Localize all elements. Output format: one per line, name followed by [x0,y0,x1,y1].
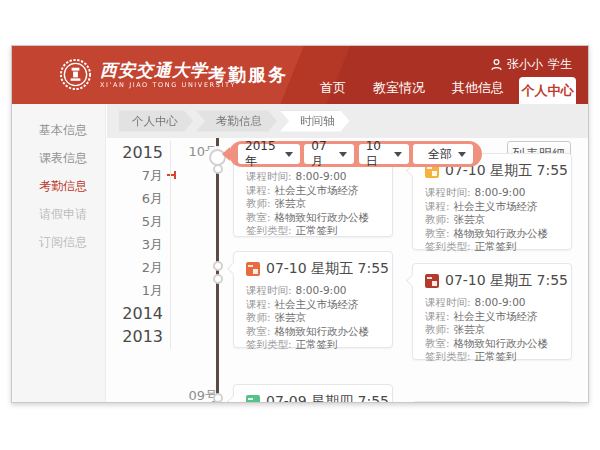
teacher-name: 张芸京 [275,311,307,323]
course-time: 8:00-9:00 [296,170,347,182]
date-filter-bar: 2015年 07月 10日 全部 [229,141,482,167]
classroom-name: 格物致知行政办公楼 [454,337,549,349]
nav-personal-center-active-tab[interactable]: 个人中心 [519,77,576,104]
sidebar-item-schedule-info[interactable]: 课表信息 [12,144,105,172]
day-select[interactable]: 10日 [359,144,409,164]
sidebar: 基本信息 课表信息 考勤信息 请假申请 订阅信息 [12,104,106,402]
teacher-name: 张芸京 [275,197,307,209]
attendance-type-icon [246,262,260,276]
breadcrumb-personal-center[interactable]: 个人中心 [119,111,193,132]
sidebar-item-leave-request[interactable]: 请假申请 [12,200,105,228]
type-select[interactable]: 全部 [413,144,473,164]
timeline-year-2013[interactable]: 2013 [119,325,163,348]
user-icon [491,59,502,71]
timeline-month-6[interactable]: 6月 [119,187,163,210]
attendance-card: 07-10 星期五 7:55 课程时间:8:00-9:00 课程:社会主义市场经… [412,263,572,360]
breadcrumb-timeline[interactable]: 时间轴 [280,111,350,132]
timeline-month-7[interactable]: 7月 [119,164,163,187]
signin-type: 正常签到 [475,350,517,362]
classroom-name: 格物致知行政办公楼 [454,227,549,239]
timeline-node [213,274,223,284]
timeline-node [213,164,223,174]
rail-separator [170,141,171,349]
timeline-node [213,393,223,403]
teacher-name: 张芸京 [454,323,486,335]
user-role: 学生 [548,56,572,73]
timeline-year-list: 2015 7月 6月 5月 3月 2月 1月 2014 2013 [119,141,163,348]
current-month-marker [167,174,175,176]
signin-type: 正常签到 [296,224,338,236]
main-nav: 首页 教室情况 其他信息 [320,79,504,97]
course-time: 8:00-9:00 [475,296,526,308]
page: 西安交通大学 XI'AN JIAO TONG UNIVERSITY 考勤服务 张… [0,0,600,450]
card-date: 07-10 星期五 7:55 [266,260,389,278]
breadcrumb: 个人中心 考勤信息 时间轴 [107,104,588,138]
timeline-month-3[interactable]: 3月 [119,233,163,256]
timeline-month-2[interactable]: 2月 [119,256,163,279]
year-select[interactable]: 2015年 [238,144,300,164]
course-name: 社会主义市场经济 [454,200,538,212]
nav-other-info[interactable]: 其他信息 [452,79,504,97]
attendance-type-icon [425,274,439,288]
app-title: 考勤服务 [208,63,288,87]
attendance-type-icon [246,395,260,403]
card-date: 07-10 星期五 7:55 [445,272,568,290]
timeline-year-2015[interactable]: 2015 [119,141,163,164]
sidebar-item-basic-info[interactable]: 基本信息 [12,116,105,144]
timeline-month-5[interactable]: 5月 [119,210,163,233]
attendance-card: 07-09 星期四 7:55 [233,384,393,403]
nav-classroom[interactable]: 教室情况 [373,79,425,97]
nav-home[interactable]: 首页 [320,79,346,97]
chevron-down-icon [458,152,466,157]
classroom-name: 格物致知行政办公楼 [275,325,370,337]
user-name: 张小小 [507,56,543,73]
app-window: 西安交通大学 XI'AN JIAO TONG UNIVERSITY 考勤服务 张… [11,45,589,403]
chevron-down-icon [394,152,402,157]
attendance-card: 07-10 星期五 7:55 课程时间:8:00-9:00 课程:社会主义市场经… [412,153,572,250]
course-time: 8:00-9:00 [296,284,347,296]
month-select[interactable]: 07月 [304,144,354,164]
course-name: 社会主义市场经济 [454,310,538,322]
user-info[interactable]: 张小小 学生 [491,56,572,73]
timeline-month-1[interactable]: 1月 [119,279,163,302]
card-date: 07-09 星期四 7:55 [266,393,389,403]
attendance-card: 07-10 星期五 7:55 课程时间:8:00-9:00 课程:社会主义市场经… [233,251,393,348]
teacher-name: 张芸京 [454,213,486,225]
course-time: 8:00-9:00 [475,186,526,198]
timeline-node [213,261,223,271]
attendance-card [412,401,572,403]
university-emblem-icon [59,58,92,91]
classroom-name: 格物致知行政办公楼 [275,211,370,223]
chevron-down-icon [339,152,347,157]
timeline-year-2014[interactable]: 2014 [119,302,163,325]
signin-type: 正常签到 [475,240,517,252]
sidebar-item-attendance-info[interactable]: 考勤信息 [12,172,105,200]
course-name: 社会主义市场经济 [275,298,359,310]
signin-type: 正常签到 [296,338,338,350]
chevron-down-icon [285,152,293,157]
sidebar-item-subscription-info[interactable]: 订阅信息 [12,228,105,256]
course-name: 社会主义市场经济 [275,184,359,196]
breadcrumb-attendance-info[interactable]: 考勤信息 [196,111,277,132]
app-header: 西安交通大学 XI'AN JIAO TONG UNIVERSITY 考勤服务 张… [12,46,588,104]
